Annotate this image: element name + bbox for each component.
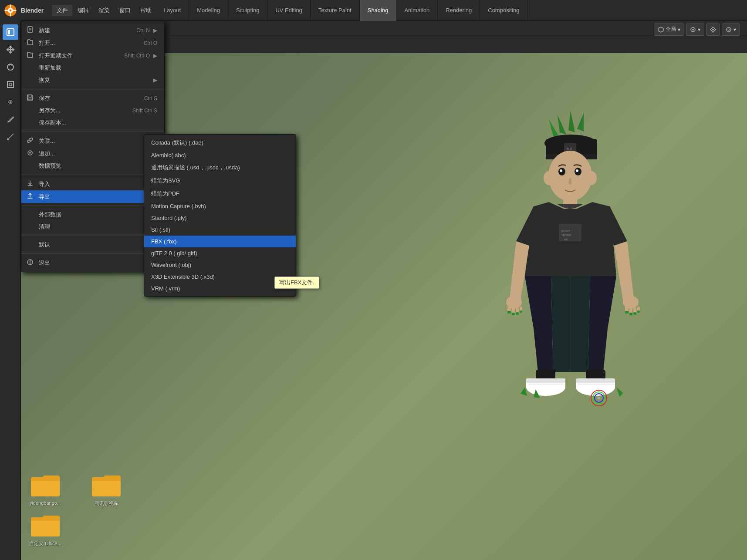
fbx-label: FBX (.fbx) <box>151 238 177 245</box>
desktop-icon-2[interactable]: 腾讯影视库 <box>89 474 124 507</box>
save-label: 保存 <box>39 94 137 102</box>
svg-text:MB: MB <box>567 147 572 151</box>
menu-window[interactable]: 窗口 <box>115 5 135 16</box>
menu-export[interactable]: 导出 ▶ <box>21 190 164 203</box>
tab-texture-paint[interactable]: Texture Paint <box>311 0 360 21</box>
menu-edit[interactable]: 编辑 <box>73 5 93 16</box>
menu-import[interactable]: 导入 ▶ <box>21 178 164 190</box>
new-arrow: ▶ <box>153 27 157 34</box>
link-label: 关联... <box>39 137 157 145</box>
pdf-label: 蜡笔为PDF <box>151 190 179 198</box>
menu-save[interactable]: 保存 Ctrl S <box>21 92 164 105</box>
link-icon <box>27 137 35 145</box>
menu-save-copy[interactable]: 保存副本... <box>21 117 164 129</box>
tab-modeling[interactable]: Modeling <box>189 0 228 21</box>
proportional-dropdown-icon: ▾ <box>733 27 736 33</box>
file-section-4: 导入 ▶ 导出 ▶ <box>21 177 164 204</box>
export-fbx[interactable]: FBX (.fbx) <box>144 236 296 247</box>
export-x3d[interactable]: X3D Extensible 3D (.x3d) <box>144 271 296 283</box>
file-section-2: 保存 Ctrl S 另存为... Shift Ctrl S 保存副本... <box>21 91 164 130</box>
desktop-row2: 自定义 Office... <box>28 514 124 547</box>
menu-cleanup[interactable]: 清理 ▶ <box>21 221 164 233</box>
pivot-btn[interactable]: ▾ <box>686 24 704 36</box>
tab-layout[interactable]: Layout <box>156 0 189 21</box>
blender-logo-area[interactable] <box>0 0 21 21</box>
menu-help[interactable]: 帮助 <box>136 5 156 16</box>
global-transform-btn[interactable]: 全局 ▾ <box>654 24 684 36</box>
sidebar-measure[interactable] <box>3 129 18 145</box>
tab-sculpting[interactable]: Sculpting <box>228 0 267 21</box>
sidebar-scale[interactable] <box>3 77 18 92</box>
svg-rect-11 <box>9 83 12 86</box>
menu-open[interactable]: 打开... Ctrl O <box>21 37 164 49</box>
export-bvh[interactable]: Motion Capture (.bvh) <box>144 200 296 212</box>
desktop-icon-1[interactable]: yidongbango... <box>28 474 63 507</box>
export-collada[interactable]: Collada (默认) (.dae) <box>144 136 296 149</box>
save-as-shortcut: Shift Ctrl S <box>132 108 157 114</box>
menu-quit[interactable]: 退出 Ctrl Q <box>21 256 164 269</box>
menu-external-data[interactable]: 外部数据 ▶ <box>21 209 164 221</box>
menu-defaults[interactable]: 默认 ▶ <box>21 239 164 251</box>
sidebar-move[interactable] <box>3 42 18 57</box>
sidebar-cursor[interactable] <box>3 24 18 40</box>
proportional-btn[interactable]: ▾ <box>722 24 740 36</box>
svg-point-2 <box>10 9 12 11</box>
save-shortcut: Ctrl S <box>144 95 157 101</box>
menu-file[interactable]: 文件 <box>52 5 72 16</box>
export-usd[interactable]: 通用场景描述 (.usd，.usdc，.usda) <box>144 161 296 174</box>
desktop-icon-3[interactable]: 自定义 Office... <box>28 514 63 547</box>
svg-point-85 <box>30 263 30 264</box>
open-recent-label: 打开近期文件 <box>39 52 117 60</box>
svg-rect-65 <box>629 313 632 315</box>
export-gltf[interactable]: glTF 2.0 (.glb/.gltf) <box>144 247 296 259</box>
export-stl[interactable]: Stl (.stl) <box>144 224 296 236</box>
save-copy-label: 保存副本... <box>39 119 157 127</box>
export-alembic[interactable]: Alembic(.abc) <box>144 149 296 161</box>
tab-uv-editing[interactable]: UV Editing <box>267 0 310 21</box>
tab-animation[interactable]: Animation <box>396 0 438 21</box>
open-recent-icon <box>27 51 35 60</box>
snap-btn[interactable] <box>706 24 720 36</box>
menu-append[interactable]: 追加... <box>21 147 164 160</box>
svg-rect-6 <box>13 10 17 10</box>
menu-new[interactable]: 新建 Ctrl N ▶ <box>21 24 164 37</box>
menu-render[interactable]: 渲染 <box>94 5 114 16</box>
svg-point-44 <box>586 171 597 185</box>
left-sidebar: ⊕ <box>0 21 21 560</box>
menu-link[interactable]: 关联... <box>21 135 164 147</box>
menu-recover[interactable]: 恢复 ▶ <box>21 74 164 86</box>
menu-revert[interactable]: 重新加载 <box>21 62 164 74</box>
file-menu: 新建 Ctrl N ▶ 打开... Ctrl O 打开近期文件 Shift Ct… <box>21 21 165 272</box>
export-pdf[interactable]: 蜡笔为PDF <box>144 187 296 200</box>
svg-rect-82 <box>28 98 32 100</box>
export-svg[interactable]: 蜡笔为SVG <box>144 174 296 187</box>
svg-rect-75 <box>576 378 615 383</box>
append-icon <box>27 149 35 158</box>
export-wavefront[interactable]: Wavefront (.obj) <box>144 259 296 271</box>
tab-compositing[interactable]: Compositing <box>480 0 527 21</box>
global-label: 全局 <box>666 26 676 33</box>
svg-rect-4 <box>10 13 11 17</box>
quit-icon <box>27 259 35 267</box>
export-vrm[interactable]: VRM (.vrm) <box>144 283 296 294</box>
svg-rect-8 <box>8 30 10 34</box>
tab-shading[interactable]: Shading <box>360 0 397 21</box>
svg-marker-31 <box>577 113 584 132</box>
svg-rect-10 <box>7 81 14 88</box>
character-area: MB <box>399 53 747 560</box>
sidebar-rotate[interactable] <box>3 59 18 75</box>
svg-rect-3 <box>10 4 11 8</box>
file-section-7: 退出 Ctrl Q <box>21 256 164 270</box>
sidebar-transform[interactable]: ⊕ <box>3 94 18 110</box>
sidebar-annotate[interactable] <box>3 111 18 127</box>
data-preview-label: 数据预览 <box>39 162 150 170</box>
svg-text:READY: READY <box>561 229 571 232</box>
tab-rendering[interactable]: Rendering <box>438 0 480 21</box>
export-submenu: Collada (默认) (.dae) Alembic(.abc) 通用场景描述… <box>144 134 296 297</box>
export-ply[interactable]: Stanford (.ply) <box>144 212 296 224</box>
svg-rect-57 <box>516 312 519 315</box>
menu-data-preview[interactable]: 数据预览 ▶ <box>21 160 164 172</box>
menu-save-as[interactable]: 另存为... Shift Ctrl S <box>21 105 164 117</box>
menu-open-recent[interactable]: 打开近期文件 Shift Ctrl O ▶ <box>21 49 164 62</box>
cleanup-label: 清理 <box>39 223 150 231</box>
